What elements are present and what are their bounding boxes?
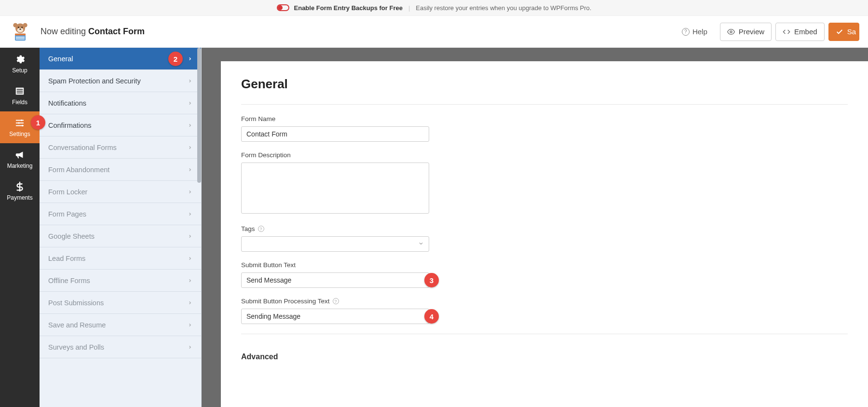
help-icon[interactable]: ? (333, 298, 339, 304)
chevron-right-icon (188, 99, 192, 107)
svg-point-11 (730, 31, 732, 33)
svg-rect-8 (15, 33, 26, 35)
sidebar-item-general[interactable]: General 2 (40, 48, 201, 70)
help-icon[interactable]: ? (258, 226, 264, 232)
rail-item-payments[interactable]: Payments (0, 175, 40, 207)
editing-label: Now editing Contact Form (41, 27, 145, 37)
sidebar-item-sheets[interactable]: Google Sheets (40, 225, 201, 247)
svg-point-2 (23, 23, 27, 27)
sidebar-item-confirmations[interactable]: Confirmations (40, 114, 201, 136)
annotation-badge-4: 4 (424, 309, 439, 324)
chevron-right-icon (188, 77, 192, 85)
submit-text-label: Submit Button Text (241, 261, 848, 269)
bullhorn-icon (14, 149, 25, 160)
rail-item-settings[interactable]: 1 Settings (0, 111, 40, 143)
chevron-down-icon (418, 240, 424, 248)
chevron-right-icon (188, 277, 192, 285)
preview-label: Preview (739, 27, 764, 36)
sidebar-item-label: Notifications (48, 99, 86, 107)
sidebar-item-label: Form Abandonment (48, 166, 109, 174)
rail-label: Payments (7, 194, 32, 201)
sidebar-item-label: Post Submissions (48, 299, 104, 307)
sidebar-item-post[interactable]: Post Submissions (40, 292, 201, 314)
form-desc-input[interactable] (241, 163, 429, 214)
save-label: Sa (847, 27, 856, 36)
help-icon: ? (682, 28, 690, 36)
sidebar-item-notifications[interactable]: Notifications (40, 92, 201, 114)
sidebar-item-pages[interactable]: Form Pages (40, 203, 201, 225)
processing-text-label: Submit Button Processing Text ? (241, 298, 848, 305)
tags-label: Tags ? (241, 225, 848, 232)
sidebar-item-abandonment[interactable]: Form Abandonment (40, 159, 201, 181)
svg-point-18 (22, 124, 24, 126)
list-icon (14, 86, 25, 96)
svg-point-3 (17, 27, 24, 32)
header: Now editing Contact Form ? Help Preview … (0, 16, 868, 48)
chevron-right-icon (188, 55, 192, 63)
sidebar-item-save-resume[interactable]: Save and Resume (40, 314, 201, 336)
annotation-badge-1: 1 (31, 115, 45, 130)
processing-text-input[interactable] (241, 309, 429, 324)
svg-rect-9 (16, 37, 25, 38)
help-label: Help (692, 27, 707, 36)
form-name-input[interactable] (241, 126, 429, 142)
promo-bar: Enable Form Entry Backups for Free | Eas… (0, 0, 868, 16)
sidebar-item-conversational[interactable]: Conversational Forms (40, 136, 201, 159)
chevron-right-icon (188, 188, 192, 196)
annotation-badge-2: 2 (168, 52, 183, 66)
tags-select[interactable] (241, 236, 429, 252)
field-tags: Tags ? (241, 225, 848, 252)
sidebar-item-spam[interactable]: Spam Protection and Security (40, 70, 201, 92)
field-processing-text: Submit Button Processing Text ? 4 (241, 298, 848, 324)
help-button[interactable]: ? Help (682, 27, 707, 36)
nav-rail: Setup Fields 1 Settings Marketing Paymen… (0, 48, 40, 407)
settings-panel: General Form Name Form Description Tags … (221, 61, 868, 407)
sidebar-item-label: Lead Forms (48, 255, 85, 262)
sidebar-item-label: Form Locker (48, 188, 87, 196)
sidebar-item-label: Spam Protection and Security (48, 77, 141, 85)
sidebar-item-offline[interactable]: Offline Forms (40, 270, 201, 292)
submit-text-input[interactable] (241, 272, 429, 288)
rail-label: Settings (9, 131, 30, 137)
sidebar-item-label: Conversational Forms (48, 144, 117, 151)
code-icon (783, 28, 790, 36)
chevron-right-icon (188, 122, 192, 129)
toggle-icon[interactable] (277, 4, 289, 11)
svg-point-1 (13, 23, 17, 27)
embed-button[interactable]: Embed (775, 23, 825, 41)
sidebar-item-locker[interactable]: Form Locker (40, 181, 201, 203)
sidebar-item-label: Offline Forms (48, 277, 90, 285)
rail-item-fields[interactable]: Fields (0, 80, 40, 111)
svg-point-5 (21, 27, 23, 28)
chevron-right-icon (188, 343, 192, 351)
form-desc-label: Form Description (241, 151, 848, 159)
chevron-right-icon (188, 321, 192, 329)
svg-rect-14 (17, 91, 23, 92)
preview-button[interactable]: Preview (720, 23, 772, 41)
field-submit-text: Submit Button Text 3 (241, 261, 848, 288)
sidebar-item-label: Save and Resume (48, 321, 106, 329)
svg-rect-15 (17, 92, 23, 93)
rail-item-setup[interactable]: Setup (0, 48, 40, 80)
scrollbar[interactable] (197, 48, 201, 407)
sidebar-item-label: Google Sheets (48, 232, 95, 240)
dollar-icon (14, 181, 25, 192)
content-wrap: General Form Name Form Description Tags … (202, 48, 868, 407)
save-button[interactable]: Sa (828, 23, 859, 41)
rail-item-marketing[interactable]: Marketing (0, 143, 40, 175)
sidebar-item-surveys[interactable]: Surveys and Polls (40, 336, 201, 358)
editing-prefix: Now editing (41, 27, 86, 36)
advanced-heading[interactable]: Advanced (241, 345, 848, 361)
sidebar-item-label: General (48, 55, 73, 63)
field-form-desc: Form Description (241, 151, 848, 216)
svg-point-6 (19, 28, 21, 29)
sidebar-item-label: Form Pages (48, 210, 86, 218)
chevron-right-icon (188, 210, 192, 218)
app-logo (9, 20, 32, 43)
embed-label: Embed (794, 27, 817, 36)
rail-label: Setup (12, 67, 27, 74)
svg-point-4 (18, 27, 19, 28)
divider (241, 334, 848, 334)
annotation-badge-3: 3 (424, 273, 439, 287)
sidebar-item-lead[interactable]: Lead Forms (40, 247, 201, 270)
